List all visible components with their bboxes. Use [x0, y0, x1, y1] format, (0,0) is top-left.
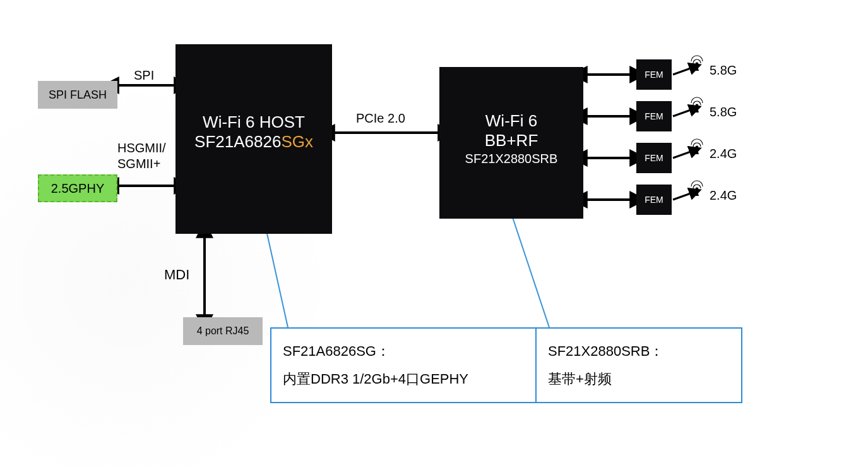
- label-hsgmii: HSGMII/ SGMII+: [117, 140, 166, 172]
- block-fem-2: FEM: [636, 101, 672, 131]
- block-rj45: 4 port RJ45: [183, 317, 263, 345]
- label-2p4g-2: 2.4G: [710, 188, 737, 203]
- svg-line-12: [673, 193, 691, 200]
- block-wifi6-bbrf: Wi-Fi 6 BB+RF SF21X2880SRB: [439, 67, 583, 219]
- callout-bb: SF21X2880SRB： 基带+射频: [535, 327, 742, 403]
- label-5p8g-1: 5.8G: [710, 63, 737, 78]
- block-spi-flash: SPI FLASH: [38, 81, 117, 109]
- svg-line-16: [511, 214, 549, 327]
- callout-host-title: SF21A6826SG：: [283, 337, 528, 365]
- block-fem-1: FEM: [636, 59, 672, 90]
- callout-bb-body: 基带+射频: [548, 365, 730, 393]
- label-5p8g-2: 5.8G: [710, 105, 737, 119]
- block-2p5g-phy: 2.5GPHY: [38, 174, 117, 202]
- host-partno-base: SF21A6826: [194, 132, 281, 151]
- host-partno-suffix: SGx: [281, 132, 313, 151]
- callout-bb-title: SF21X2880SRB：: [548, 337, 730, 365]
- label-spi: SPI: [134, 68, 154, 83]
- block-wifi6-host: Wi-Fi 6 HOST SF21A6826SGx: [175, 44, 332, 234]
- bb-title2: BB+RF: [439, 131, 583, 150]
- block-fem-4: FEM: [636, 185, 672, 215]
- label-pcie: PCIe 2.0: [356, 111, 405, 126]
- label-mdi: MDI: [164, 267, 189, 283]
- callout-host: SF21A6826SG： 内置DDR3 1/2Gb+4口GEPHY: [270, 327, 540, 403]
- svg-line-9: [673, 68, 691, 75]
- host-partno: SF21A6826SGx: [175, 132, 332, 152]
- svg-line-11: [673, 152, 691, 158]
- svg-line-10: [673, 110, 691, 116]
- bb-partno: SF21X2880SRB: [439, 152, 583, 166]
- label-2p4g-1: 2.4G: [710, 147, 737, 161]
- bb-title1: Wi-Fi 6: [439, 67, 583, 131]
- block-fem-3: FEM: [636, 143, 672, 173]
- host-title: Wi-Fi 6 HOST: [175, 44, 332, 132]
- callout-host-body: 内置DDR3 1/2Gb+4口GEPHY: [283, 365, 528, 393]
